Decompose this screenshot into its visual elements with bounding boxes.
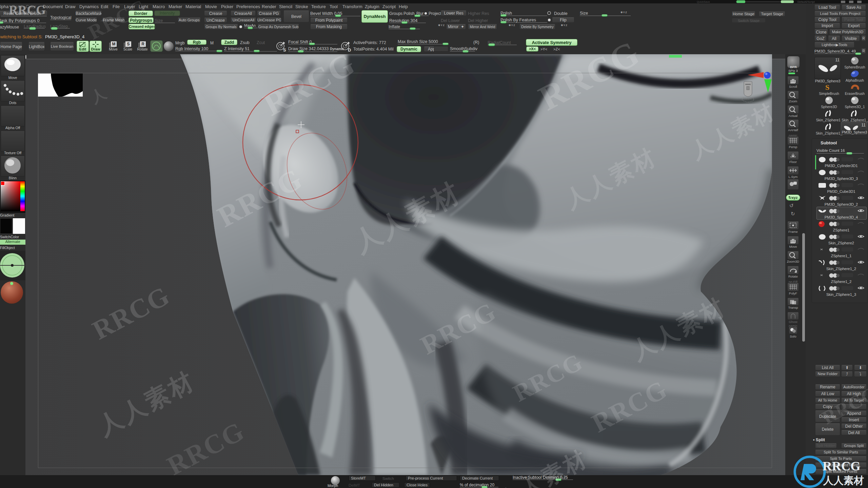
svg-text:S: S [825,83,829,92]
svg-text:RRCG: RRCG [823,459,861,473]
svg-text:S: S [283,47,286,53]
svg-text:人人素材: 人人素材 [823,475,864,486]
svg-text:D: D [348,47,351,53]
